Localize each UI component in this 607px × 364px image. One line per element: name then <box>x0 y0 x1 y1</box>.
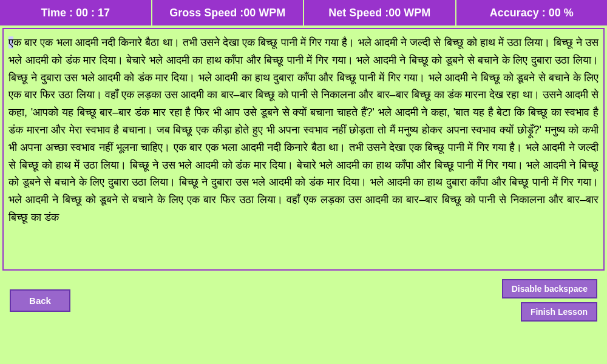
lesson-text: एक बार एक भला आदमी नदी किनारे बैठा था। त… <box>8 34 599 226</box>
gross-label: Gross Speed : <box>169 7 243 19</box>
gross-speed-stat: Gross Speed : 00 WPM <box>152 0 305 25</box>
time-label: Time : <box>41 7 73 19</box>
gross-value: 00 <box>243 7 256 19</box>
bottom-right: Disable backspace Finish Lesson <box>502 279 597 322</box>
time-stat: Time : 00 : 17 <box>0 0 152 25</box>
net-speed-stat: Net Speed : 00 WPM <box>304 0 456 25</box>
accuracy-unit: % <box>564 7 574 19</box>
net-label: Net Speed : <box>328 7 388 19</box>
bottom-left: Back <box>10 289 70 312</box>
stats-bar: Time : 00 : 17 Gross Speed : 00 WPM Net … <box>0 0 607 25</box>
text-body: क बार एक भला आदमी नदी किनारे बैठा था। तभ… <box>8 36 599 223</box>
back-button[interactable]: Back <box>10 289 70 312</box>
disable-backspace-button[interactable]: Disable backspace <box>502 279 597 298</box>
text-area: एक बार एक भला आदमी नदी किनारे बैठा था। त… <box>2 28 605 271</box>
first-char: ए <box>8 36 13 49</box>
accuracy-value: 00 <box>549 7 561 19</box>
net-value: 00 <box>388 7 401 19</box>
time-value: 00 : 17 <box>76 7 110 19</box>
bottom-bar: Back Disable backspace Finish Lesson <box>0 273 607 328</box>
accuracy-label: Accuracy : <box>490 7 546 19</box>
net-unit: WPM <box>404 7 430 19</box>
accuracy-stat: Accuracy : 00 % <box>456 0 608 25</box>
finish-lesson-button[interactable]: Finish Lesson <box>521 302 597 322</box>
gross-unit: WPM <box>259 7 285 19</box>
